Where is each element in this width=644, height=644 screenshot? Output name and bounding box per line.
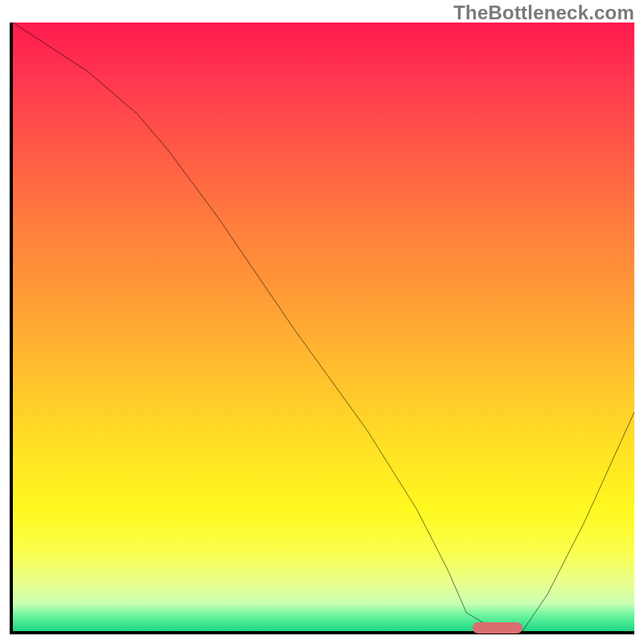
bottleneck-curve-path: [13, 23, 634, 631]
bottleneck-chart: TheBottleneck.com: [0, 0, 644, 644]
curve-layer: [13, 23, 634, 631]
watermark-text: TheBottleneck.com: [453, 2, 634, 24]
optimum-marker: [473, 622, 522, 634]
plot-area: [10, 23, 634, 634]
